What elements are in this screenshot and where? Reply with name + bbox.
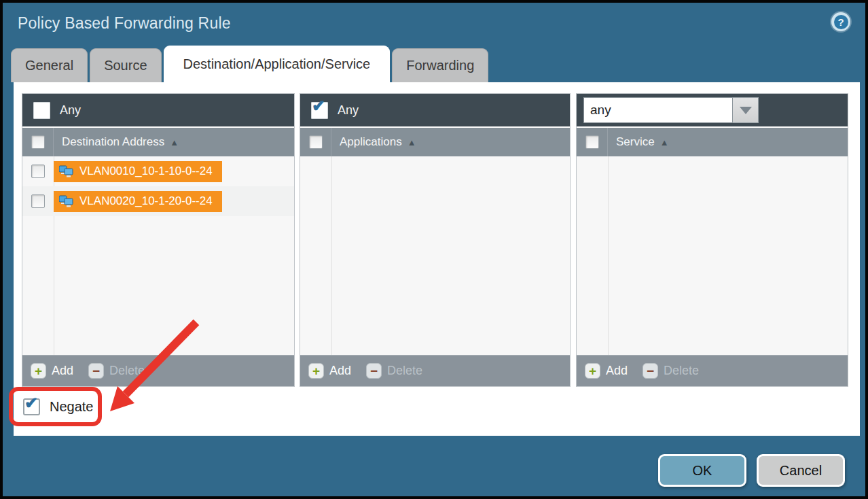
service-toolbar: + Add − Delete	[577, 355, 848, 386]
dialog-title: Policy Based Forwarding Rule	[18, 14, 231, 33]
destination-delete-button[interactable]: − Delete	[88, 363, 145, 379]
destination-any-label: Any	[60, 103, 81, 118]
service-dropdown-bar: any	[577, 94, 848, 126]
destination-address-name: VLAN0010_10-1-10-0--24	[79, 165, 213, 178]
ok-button[interactable]: OK	[658, 454, 746, 487]
service-add-button[interactable]: + Add	[585, 363, 628, 379]
destination-toolbar: + Add − Delete	[22, 355, 294, 386]
minus-icon: −	[366, 363, 382, 379]
dropdown-button[interactable]	[733, 97, 759, 123]
table-row: VLAN0010_10-1-10-0--24	[22, 156, 294, 186]
sort-ascending-icon: ▲	[660, 137, 669, 148]
policy-based-forwarding-dialog: Policy Based Forwarding Rule ? General S…	[0, 0, 868, 499]
plus-icon: +	[585, 363, 600, 379]
applications-panel: ✔ Any Applications ▲ + Add −	[300, 93, 571, 387]
plus-icon: +	[31, 363, 46, 379]
destination-add-button[interactable]: + Add	[31, 363, 73, 379]
minus-icon: −	[643, 363, 658, 379]
service-list	[577, 156, 848, 355]
question-mark-icon: ?	[834, 15, 848, 29]
destination-address-panel: Any Destination Address ▲	[22, 93, 295, 387]
destination-address-name: VLAN0020_10-1-20-0--24	[79, 194, 213, 208]
help-icon[interactable]: ?	[831, 12, 850, 31]
cancel-button[interactable]: Cancel	[757, 454, 845, 487]
sort-ascending-icon: ▲	[170, 137, 179, 148]
service-select-all-checkbox[interactable]	[585, 135, 599, 149]
destination-any-checkbox[interactable]	[33, 102, 50, 119]
destination-address-entry[interactable]: VLAN0010_10-1-10-0--24	[54, 161, 222, 182]
service-dropdown[interactable]: any	[583, 97, 759, 123]
applications-add-button[interactable]: + Add	[308, 363, 351, 379]
service-column-header: Service ▲	[577, 126, 848, 156]
applications-any-bar: ✔ Any	[300, 94, 570, 126]
check-icon: ✔	[24, 395, 38, 411]
applications-any-checkbox[interactable]: ✔	[311, 102, 328, 119]
tab-bar: General Source Destination/Application/S…	[11, 48, 490, 82]
network-icon	[59, 195, 74, 208]
row-checkbox[interactable]	[31, 165, 45, 178]
tab-general[interactable]: General	[11, 48, 88, 82]
service-dropdown-value: any	[583, 97, 733, 123]
chevron-down-icon	[740, 107, 752, 114]
row-checkbox[interactable]	[31, 194, 45, 208]
destination-address-entry[interactable]: VLAN0020_10-1-20-0--24	[54, 191, 222, 212]
service-panel: any Service ▲ + Add	[576, 93, 848, 387]
destination-list: VLAN0010_10-1-10-0--24 VLAN0020_10-1-20-…	[22, 156, 294, 355]
destination-column-label[interactable]: Destination Address ▲	[54, 135, 179, 149]
negate-row: ✔ Negate	[23, 398, 94, 415]
applications-select-all-checkbox[interactable]	[309, 135, 323, 149]
applications-any-label: Any	[338, 103, 359, 118]
service-column-label[interactable]: Service ▲	[608, 135, 669, 149]
destination-select-all-checkbox[interactable]	[31, 135, 45, 149]
applications-toolbar: + Add − Delete	[300, 355, 570, 386]
negate-label: Negate	[50, 399, 94, 415]
minus-icon: −	[88, 363, 104, 379]
tab-source[interactable]: Source	[90, 48, 161, 82]
network-icon	[59, 165, 74, 178]
sort-ascending-icon: ▲	[408, 137, 416, 148]
service-delete-button[interactable]: − Delete	[643, 363, 699, 379]
table-row: VLAN0020_10-1-20-0--24	[22, 186, 294, 216]
tab-content: Any Destination Address ▲	[14, 82, 860, 436]
destination-any-bar: Any	[22, 94, 294, 126]
tab-forwarding[interactable]: Forwarding	[392, 48, 488, 82]
tab-destination-application-service[interactable]: Destination/Application/Service	[164, 46, 391, 82]
destination-column-header: Destination Address ▲	[22, 126, 294, 156]
applications-column-header: Applications ▲	[300, 126, 570, 156]
applications-list	[300, 156, 570, 355]
applications-column-label[interactable]: Applications ▲	[331, 135, 416, 149]
check-icon: ✔	[312, 98, 325, 114]
negate-checkbox[interactable]: ✔	[23, 398, 40, 415]
plus-icon: +	[308, 363, 324, 379]
applications-delete-button[interactable]: − Delete	[366, 363, 422, 379]
